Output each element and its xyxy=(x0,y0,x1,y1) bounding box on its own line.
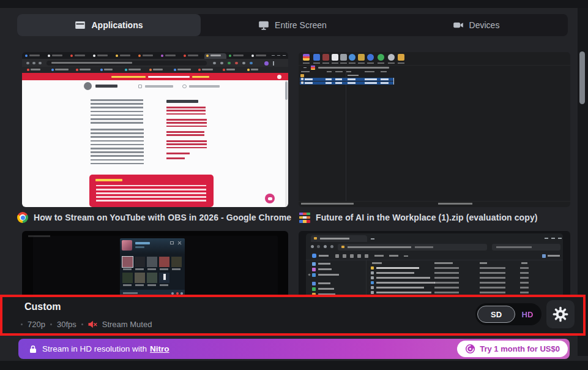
source-preview-explorer[interactable] xyxy=(299,231,570,298)
decor xyxy=(26,62,29,65)
decor xyxy=(116,55,118,57)
decor xyxy=(545,238,548,239)
decor xyxy=(80,69,91,70)
tab-applications[interactable]: Applications xyxy=(17,14,201,36)
decor xyxy=(300,74,304,77)
decor xyxy=(520,292,529,293)
decor xyxy=(51,69,54,71)
decor xyxy=(326,82,332,84)
decor xyxy=(388,54,395,61)
decor xyxy=(233,55,244,56)
decor xyxy=(95,179,122,181)
decor xyxy=(96,185,206,204)
source-type-tabs: Applications Entire Screen Devices xyxy=(17,14,568,36)
decor xyxy=(285,81,288,100)
decor xyxy=(558,238,562,239)
decor xyxy=(320,238,349,240)
decor xyxy=(365,82,377,84)
source-preview-chrome[interactable] xyxy=(22,52,288,207)
source-preview-friends[interactable] xyxy=(22,231,288,298)
scrollbar-thumb[interactable] xyxy=(579,51,585,104)
decor xyxy=(306,260,563,260)
decor xyxy=(135,268,144,270)
decor xyxy=(177,69,191,70)
decor xyxy=(299,65,570,66)
mute-status-label: Stream Muted xyxy=(102,320,152,329)
decor xyxy=(122,273,133,283)
decor xyxy=(202,69,213,70)
decor xyxy=(123,268,132,270)
decor xyxy=(251,69,258,70)
decor xyxy=(188,55,198,56)
decor xyxy=(378,62,384,64)
decor xyxy=(28,235,50,237)
quality-toggle: SD HD xyxy=(475,303,541,325)
source-label-chrome[interactable]: How to Stream on YouTube with OBS in 202… xyxy=(17,211,291,224)
decor xyxy=(39,62,42,65)
decor xyxy=(371,291,374,294)
muted-speaker-icon xyxy=(87,319,98,330)
decor xyxy=(55,69,69,70)
decor xyxy=(434,272,459,274)
decor xyxy=(358,54,365,61)
stream-settings-gear-button[interactable] xyxy=(546,300,575,328)
decor xyxy=(265,194,275,203)
decor xyxy=(313,54,320,61)
tab-devices[interactable]: Devices xyxy=(384,14,568,36)
decor xyxy=(520,272,529,274)
source-label-winrar[interactable]: Future of AI in the Workplace (1).zip (e… xyxy=(299,211,538,224)
nitro-message-text: Stream in HD resolution with xyxy=(42,344,147,353)
decor xyxy=(305,78,313,80)
decor xyxy=(22,80,288,207)
applications-icon xyxy=(75,20,86,31)
decor xyxy=(376,292,431,293)
tab-entire-screen[interactable]: Entire Screen xyxy=(201,14,384,36)
decor xyxy=(226,69,235,70)
decor xyxy=(520,267,529,269)
decor xyxy=(268,197,272,200)
decor xyxy=(312,254,316,258)
decor xyxy=(147,273,157,283)
decor xyxy=(312,262,316,266)
decor xyxy=(300,78,393,81)
decor xyxy=(206,55,209,57)
decor xyxy=(335,82,342,84)
decor xyxy=(318,67,389,69)
source-preview-winrar[interactable] xyxy=(299,52,570,207)
decor xyxy=(434,277,459,279)
nitro-trial-button[interactable]: Try 1 month for US$0 xyxy=(457,341,568,357)
hd-button[interactable]: HD xyxy=(515,306,540,323)
nitro-icon xyxy=(465,344,475,354)
decor xyxy=(312,287,316,291)
decor xyxy=(172,268,180,270)
tab-applications-label: Applications xyxy=(91,20,143,30)
decor xyxy=(160,268,168,270)
decor xyxy=(327,71,332,73)
decor xyxy=(256,55,266,56)
decor xyxy=(138,85,142,89)
separator-dot xyxy=(21,323,23,325)
decor xyxy=(283,55,286,56)
decor xyxy=(100,69,103,71)
decor xyxy=(318,268,332,270)
decor xyxy=(318,274,339,276)
decor xyxy=(264,61,269,66)
decor xyxy=(312,273,316,277)
decor xyxy=(343,254,346,258)
decor xyxy=(312,268,316,271)
decor xyxy=(171,257,182,267)
source-title: How to Stream on YouTube with OBS in 202… xyxy=(34,213,291,222)
decor xyxy=(367,62,374,64)
decor xyxy=(135,257,145,267)
hd-label: HD xyxy=(522,310,534,319)
decor xyxy=(520,287,529,289)
decor xyxy=(332,62,338,64)
decor xyxy=(305,82,313,84)
decor xyxy=(220,62,223,65)
decor xyxy=(97,55,108,56)
nitro-link[interactable]: Nitro xyxy=(150,344,169,353)
decor xyxy=(348,246,411,248)
sd-button[interactable]: SD xyxy=(477,306,515,323)
decor xyxy=(520,277,529,279)
decor xyxy=(434,267,459,269)
